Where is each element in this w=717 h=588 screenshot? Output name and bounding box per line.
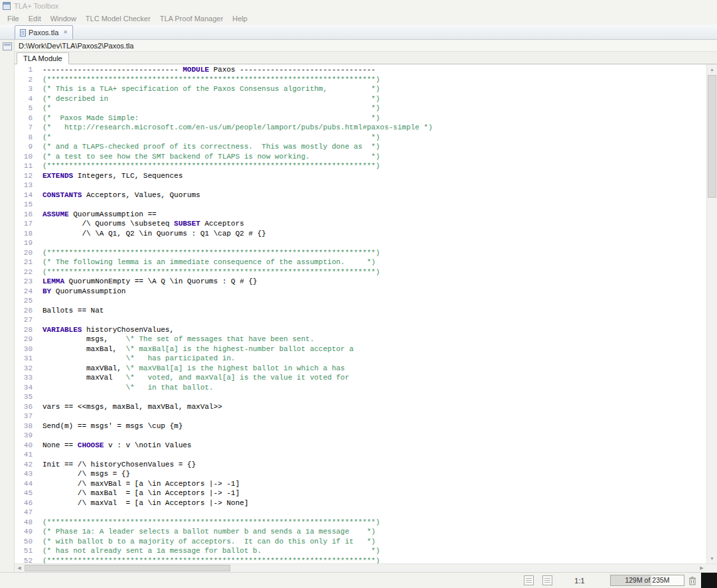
code-line[interactable]: 14CONSTANTS Acceptors, Values, Quorums [15, 190, 706, 200]
code-line[interactable]: 28VARIABLES historyChosenValues, [15, 325, 706, 335]
code-line[interactable]: 50(* with ballot b to a majority of acce… [15, 537, 706, 547]
horizontal-scrollbar[interactable]: ◀ ▶ [15, 563, 717, 572]
scroll-left-icon[interactable]: ◀ [15, 564, 24, 572]
code-line[interactable]: 36vars == <<msgs, maxBal, maxVBal, maxVa… [15, 402, 706, 412]
code-line-text: (* a test to see how the SMT backend of … [39, 152, 380, 162]
code-line[interactable]: 13 [15, 181, 706, 190]
code-line-text: maxBal, \* maxBal[a] is the highest-numb… [39, 344, 354, 354]
editor-area: 1------------------------------- MODULE … [15, 64, 717, 563]
scroll-right-icon[interactable]: ▶ [697, 564, 706, 572]
code-line[interactable]: 2(**************************************… [15, 75, 706, 85]
code-line[interactable]: 22(*************************************… [15, 267, 706, 277]
menu-item-tlc-model-checker[interactable]: TLC Model Checker [81, 13, 155, 24]
tab-paxos-tla[interactable]: Paxos.tla ✕ [15, 25, 73, 39]
code-line[interactable]: 20(*************************************… [15, 248, 706, 258]
code-line[interactable]: 3(* This is a TLA+ specification of the … [15, 84, 706, 94]
code-line[interactable]: 29 msgs, \* The set of messages that hav… [15, 334, 706, 344]
code-line[interactable]: 7(* http://research.microsoft.com/en-us/… [15, 123, 706, 133]
menu-item-tla-proof-manager[interactable]: TLA Proof Manager [155, 13, 228, 24]
code-line[interactable]: 45 /\ maxBal = [a \in Acceptors |-> -1] [15, 488, 706, 498]
line-number: 4 [15, 94, 39, 104]
restore-view-icon[interactable] [3, 42, 12, 50]
cursor-position: 1:1 [566, 577, 593, 585]
code-line[interactable]: 11(*************************************… [15, 161, 706, 171]
line-number: 27 [15, 315, 39, 325]
scroll-up-icon[interactable]: ▲ [707, 64, 717, 74]
left-view-strip [0, 40, 15, 572]
garbage-collect-icon[interactable] [687, 575, 698, 586]
code-line[interactable]: 52(*************************************… [15, 556, 706, 564]
code-line[interactable]: 23LEMMA QuorumNonEmpty == \A Q \in Quoru… [15, 277, 706, 287]
code-line[interactable]: 31 \* has participated in. [15, 354, 706, 364]
code-line-text: LEMMA QuorumNonEmpty == \A Q \in Quorums… [39, 277, 257, 287]
line-number: 47 [15, 508, 39, 518]
line-number: 10 [15, 152, 39, 162]
code-line[interactable]: 47 [15, 508, 706, 518]
code-line[interactable]: 19 [15, 238, 706, 248]
vertical-scrollbar-thumb[interactable] [708, 75, 716, 198]
code-line[interactable]: 21(* The following lemma is an immediate… [15, 257, 706, 267]
code-line[interactable]: 24BY QuorumAssumption [15, 287, 706, 297]
code-line-text: maxVal \* voted, and maxVal[a] is the va… [39, 373, 349, 383]
menu-item-file[interactable]: File [3, 13, 24, 24]
code-line-text [39, 508, 42, 518]
code-line[interactable]: 6(* Paxos Made Simple: *) [15, 113, 706, 123]
line-number: 17 [15, 219, 39, 229]
code-line-text: (***************************************… [39, 267, 380, 277]
code-line[interactable]: 40None == CHOOSE v : v \notin Values [15, 441, 706, 451]
menu-item-edit[interactable]: Edit [24, 13, 46, 24]
code-line[interactable]: 1------------------------------- MODULE … [15, 65, 706, 75]
code-line[interactable]: 26Ballots == Nat [15, 306, 706, 316]
code-line[interactable]: 33 maxVal \* voted, and maxVal[a] is the… [15, 373, 706, 383]
code-line[interactable]: 10(* a test to see how the SMT backend o… [15, 152, 706, 162]
code-line[interactable]: 51(* has not already sent a 1a message f… [15, 546, 706, 556]
line-number: 49 [15, 527, 39, 537]
code-line[interactable]: 39 [15, 431, 706, 441]
code-line[interactable]: 4(* described in *) [15, 94, 706, 104]
code-line[interactable]: 38Send(m) == msgs' = msgs \cup {m} [15, 421, 706, 431]
code-line[interactable]: 8(* *) [15, 133, 706, 143]
code-line[interactable]: 44 /\ maxVBal = [a \in Acceptors |-> -1] [15, 479, 706, 489]
insert-mode-icon [542, 575, 552, 585]
code-line-text: /\ msgs = {} [39, 469, 130, 479]
line-number: 41 [15, 450, 39, 460]
tab-close-icon[interactable]: ✕ [63, 30, 68, 35]
horizontal-scrollbar-thumb[interactable] [25, 565, 230, 571]
code-line[interactable]: 42Init == /\ historyChosenValues = {} [15, 460, 706, 470]
code-line[interactable]: 43 /\ msgs = {} [15, 469, 706, 479]
menu-item-help[interactable]: Help [228, 13, 252, 24]
code-line[interactable]: 25 [15, 296, 706, 306]
code-line[interactable]: 37 [15, 411, 706, 421]
code-line[interactable]: 35 [15, 392, 706, 402]
code-line[interactable]: 17 /\ Quorums \subseteq SUBSET Acceptors [15, 219, 706, 229]
code-line[interactable]: 46 /\ maxVal = [a \in Acceptors |-> None… [15, 498, 706, 508]
corner-dark-block [701, 573, 717, 588]
line-number: 38 [15, 421, 39, 431]
code-line[interactable]: 27 [15, 315, 706, 325]
heap-status-gauge[interactable]: 129M of 235M [610, 575, 684, 586]
code-editor[interactable]: 1------------------------------- MODULE … [15, 65, 706, 563]
code-line[interactable]: 9(* and a TLAPS-checked proof of its cor… [15, 142, 706, 152]
line-number: 51 [15, 546, 39, 556]
code-line[interactable]: 18 /\ \A Q1, Q2 \in Quorums : Q1 \cap Q2… [15, 229, 706, 239]
code-line[interactable]: 41 [15, 450, 706, 460]
vertical-scrollbar[interactable]: ▲ ▼ [706, 64, 717, 563]
code-line[interactable]: 49(* Phase 1a: A leader selects a ballot… [15, 527, 706, 537]
code-line[interactable]: 12EXTENDS Integers, TLC, Sequences [15, 171, 706, 181]
code-line-text: BY QuorumAssumption [39, 287, 125, 297]
menu-item-window[interactable]: Window [46, 13, 81, 24]
line-number: 9 [15, 142, 39, 152]
code-line[interactable]: 48(*************************************… [15, 518, 706, 528]
code-line[interactable]: 30 maxBal, \* maxBal[a] is the highest-n… [15, 344, 706, 354]
code-line[interactable]: 32 maxVBal, \* maxVBal[a] is the highest… [15, 364, 706, 374]
line-number: 19 [15, 238, 39, 248]
code-line-text: (* *) [39, 104, 380, 113]
code-line-text: /\ \A Q1, Q2 \in Quorums : Q1 \cap Q2 # … [39, 229, 266, 239]
code-line-text: \* has participated in. [39, 354, 235, 364]
tab-tla-module[interactable]: TLA Module [17, 52, 69, 64]
code-line[interactable]: 5(* *) [15, 104, 706, 113]
code-line[interactable]: 34 \* in that ballot. [15, 383, 706, 393]
scroll-down-icon[interactable]: ▼ [707, 553, 717, 563]
code-line[interactable]: 16ASSUME QuorumAssumption == [15, 210, 706, 220]
code-line[interactable]: 15 [15, 200, 706, 210]
